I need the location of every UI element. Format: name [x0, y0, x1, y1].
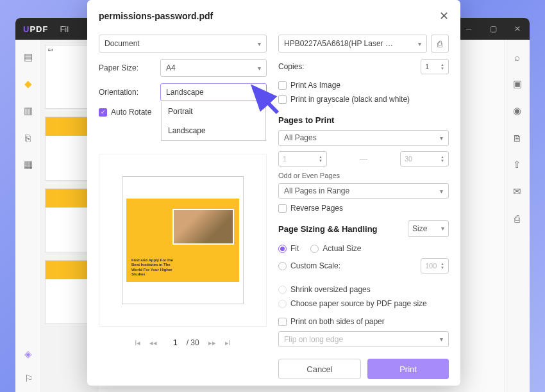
print-grayscale-checkbox[interactable] [278, 95, 287, 104]
page-total: 30 [190, 338, 199, 347]
layers-icon[interactable]: ◈ [22, 348, 34, 360]
camera-icon[interactable]: ◉ [512, 105, 523, 117]
share-icon[interactable]: ⇧ [512, 159, 523, 170]
page-next-icon[interactable]: ▸▸ [208, 339, 216, 347]
chevron-down-icon: ▾ [440, 135, 443, 142]
orientation-option-landscape[interactable]: Landscape [162, 121, 265, 140]
copies-label: Copies: [278, 62, 305, 71]
paper-source-radio [278, 300, 287, 308]
page-preview: Find and Apply For the Best Institutes i… [99, 154, 267, 327]
cancel-button[interactable]: Cancel [278, 359, 361, 379]
shrink-label: Shrink oversized pages [290, 285, 371, 294]
chevron-down-icon: ▾ [440, 336, 443, 343]
page-prev-icon[interactable]: ◂◂ [149, 339, 157, 347]
search-icon[interactable]: ⌕ [512, 51, 523, 63]
actual-size-radio[interactable] [310, 245, 319, 253]
sizing-title: Page Sizing && Handling [278, 224, 378, 234]
odd-even-select[interactable]: All Pages in Range▾ [278, 183, 449, 199]
close-icon[interactable]: ✕ [439, 9, 449, 23]
auto-rotate-checkbox[interactable]: ✓ [99, 108, 107, 117]
chevron-down-icon: ▾ [258, 65, 261, 72]
bookmark-icon[interactable]: ⚐ [22, 373, 34, 384]
app-logo: UUPDFPDF [23, 24, 48, 34]
chevron-down-icon: ▾ [440, 188, 443, 195]
window-maximize-icon[interactable]: ▢ [481, 18, 505, 40]
organize-icon[interactable]: ⎘ [22, 132, 34, 143]
custom-scale-label: Custom Scale: [290, 261, 340, 270]
reverse-pages-checkbox[interactable] [278, 204, 287, 213]
fit-radio[interactable] [278, 245, 287, 253]
auto-rotate-label: Auto Rotate [111, 108, 151, 117]
chevron-down-icon: ▾ [258, 40, 261, 47]
protect-icon[interactable]: 🗎 [512, 132, 523, 143]
duplex-label: Print on both sides of paper [290, 317, 385, 326]
annotate-icon[interactable]: ◆ [22, 78, 34, 90]
form-icon[interactable]: ▦ [22, 159, 34, 170]
layout-mode-select[interactable]: Document▾ [99, 35, 267, 53]
page-first-icon[interactable]: I◂ [135, 339, 140, 347]
paginator: I◂ ◂◂ / 30 ▸▸ ▸I [99, 338, 267, 347]
odd-even-label: Odd or Even Pages [278, 172, 449, 179]
orientation-dropdown: Portrait Landscape [161, 102, 266, 141]
pages-select[interactable]: All Pages▾ [278, 130, 449, 146]
menu-file[interactable]: Fil [60, 24, 69, 34]
paper-source-label: Choose paper source by PDF page size [290, 299, 427, 308]
print-icon[interactable]: ⎙ [512, 213, 523, 224]
chevron-down-icon: ▾ [441, 225, 444, 232]
reader-icon[interactable]: ▤ [22, 51, 34, 63]
pages-to-print-title: Pages to Print [278, 115, 449, 125]
actual-size-label: Actual Size [323, 244, 361, 253]
shrink-radio [278, 286, 287, 294]
print-dialog: permissions-password.pdf ✕ Document▾ Pap… [87, 0, 460, 386]
chevron-down-icon: ▾ [418, 40, 421, 47]
printer-select[interactable]: HPB0227A5A6618(HP Laser MFP 131 133 1▾ [278, 35, 427, 53]
orientation-select[interactable]: Landscape▾ Portrait Landscape [160, 83, 267, 101]
paper-size-label: Paper Size: [99, 63, 160, 72]
ocr-icon[interactable]: ▣ [512, 78, 523, 90]
fit-label: Fit [290, 244, 299, 253]
page-last-icon[interactable]: ▸I [225, 339, 231, 347]
window-close-icon[interactable]: ✕ [505, 18, 530, 40]
reverse-pages-label: Reverse Pages [290, 204, 343, 213]
duplex-checkbox[interactable] [278, 318, 287, 326]
dialog-title: permissions-password.pdf [99, 11, 213, 21]
size-select[interactable]: Size▾ [408, 220, 449, 237]
page-to-input[interactable]: 30▲▼ [400, 151, 449, 167]
orientation-label: Orientation: [99, 88, 160, 97]
custom-scale-input[interactable]: 100▲▼ [421, 258, 449, 274]
left-toolbar: ▤ ◆ ▥ ⎘ ▦ ◈ ⚐ [15, 40, 41, 392]
print-button[interactable]: Print [367, 359, 449, 379]
custom-scale-radio[interactable] [278, 262, 287, 270]
print-as-image-checkbox[interactable] [278, 81, 287, 90]
page-from-input[interactable]: 1▲▼ [278, 151, 327, 167]
paper-size-select[interactable]: A4▾ [160, 59, 267, 77]
print-grayscale-label: Print in grayscale (black and white) [290, 95, 410, 104]
right-toolbar: ⌕ ▣ ◉ 🗎 ⇧ ✉ ⎙ [504, 40, 530, 392]
orientation-option-portrait[interactable]: Portrait [162, 102, 265, 121]
mail-icon[interactable]: ✉ [512, 186, 523, 197]
edit-icon[interactable]: ▥ [22, 105, 34, 117]
page-current-input[interactable] [166, 338, 184, 347]
print-as-image-label: Print As Image [290, 81, 340, 90]
chevron-down-icon: ▾ [258, 89, 261, 96]
copies-input[interactable]: 1▲▼ [421, 59, 449, 74]
flip-select: Flip on long edge▾ [278, 331, 449, 347]
printer-properties-icon[interactable]: ⎙ [431, 35, 449, 53]
